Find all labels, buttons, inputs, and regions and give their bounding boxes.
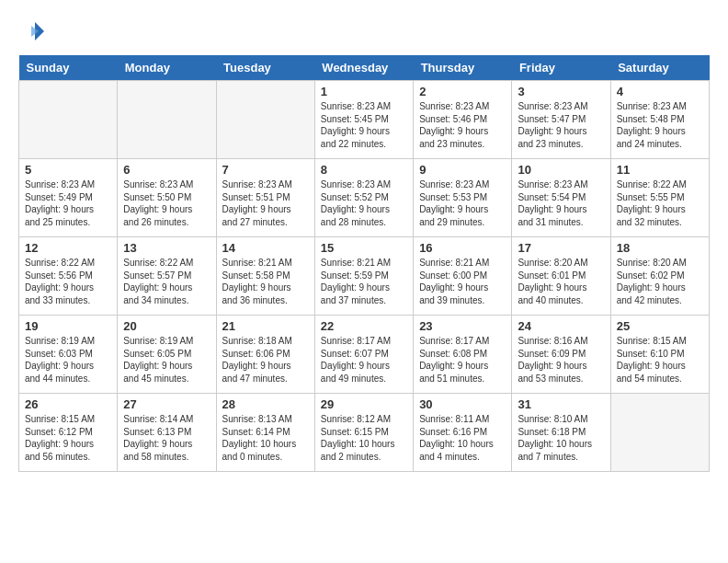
calendar-cell: 10Sunrise: 8:23 AM Sunset: 5:54 PM Dayli…	[512, 159, 610, 237]
calendar-cell: 11Sunrise: 8:22 AM Sunset: 5:55 PM Dayli…	[610, 159, 709, 237]
calendar-cell: 30Sunrise: 8:11 AM Sunset: 6:16 PM Dayli…	[414, 394, 512, 472]
day-number: 27	[123, 397, 210, 411]
logo-icon	[18, 18, 46, 46]
calendar-cell: 25Sunrise: 8:15 AM Sunset: 6:10 PM Dayli…	[610, 316, 709, 394]
day-number: 24	[518, 319, 604, 333]
day-number: 4	[617, 85, 703, 98]
logo	[18, 18, 50, 46]
calendar-cell: 28Sunrise: 8:13 AM Sunset: 6:14 PM Dayli…	[216, 394, 314, 472]
day-number: 12	[25, 241, 111, 255]
day-number: 25	[617, 319, 703, 333]
page-header	[18, 18, 710, 46]
day-info: Sunrise: 8:19 AM Sunset: 6:03 PM Dayligh…	[25, 335, 111, 385]
calendar-cell: 15Sunrise: 8:21 AM Sunset: 5:59 PM Dayli…	[314, 237, 413, 316]
day-number: 2	[419, 85, 506, 98]
day-number: 23	[419, 319, 506, 333]
calendar-cell: 16Sunrise: 8:21 AM Sunset: 6:00 PM Dayli…	[414, 237, 512, 316]
calendar-cell: 1Sunrise: 8:23 AM Sunset: 5:45 PM Daylig…	[314, 81, 413, 159]
day-info: Sunrise: 8:16 AM Sunset: 6:09 PM Dayligh…	[518, 335, 604, 385]
day-number: 11	[617, 163, 703, 177]
day-number: 6	[123, 163, 210, 177]
day-number: 13	[123, 241, 210, 255]
day-header-tuesday: Tuesday	[216, 55, 314, 81]
calendar-cell: 3Sunrise: 8:23 AM Sunset: 5:47 PM Daylig…	[512, 81, 610, 159]
calendar-cell: 23Sunrise: 8:17 AM Sunset: 6:08 PM Dayli…	[414, 316, 512, 394]
day-number: 1	[321, 85, 407, 98]
day-header-thursday: Thursday	[414, 55, 512, 81]
day-info: Sunrise: 8:21 AM Sunset: 5:58 PM Dayligh…	[222, 257, 309, 306]
calendar-cell	[610, 394, 709, 472]
week-row-1: 5Sunrise: 8:23 AM Sunset: 5:49 PM Daylig…	[19, 159, 710, 237]
day-number: 28	[222, 397, 309, 411]
week-row-3: 19Sunrise: 8:19 AM Sunset: 6:03 PM Dayli…	[19, 316, 710, 394]
calendar-cell: 31Sunrise: 8:10 AM Sunset: 6:18 PM Dayli…	[512, 394, 610, 472]
day-number: 20	[123, 319, 210, 333]
day-info: Sunrise: 8:17 AM Sunset: 6:08 PM Dayligh…	[419, 335, 506, 385]
day-number: 14	[222, 241, 309, 255]
day-number: 18	[617, 241, 703, 255]
calendar-cell: 6Sunrise: 8:23 AM Sunset: 5:50 PM Daylig…	[118, 159, 216, 237]
calendar-cell: 19Sunrise: 8:19 AM Sunset: 6:03 PM Dayli…	[19, 316, 118, 394]
day-info: Sunrise: 8:23 AM Sunset: 5:46 PM Dayligh…	[419, 100, 506, 150]
day-info: Sunrise: 8:23 AM Sunset: 5:49 PM Dayligh…	[25, 178, 111, 228]
day-header-monday: Monday	[118, 55, 216, 81]
calendar-cell: 17Sunrise: 8:20 AM Sunset: 6:01 PM Dayli…	[512, 237, 610, 316]
calendar-cell: 18Sunrise: 8:20 AM Sunset: 6:02 PM Dayli…	[610, 237, 709, 316]
day-number: 26	[25, 397, 111, 411]
calendar-cell	[216, 81, 314, 159]
day-number: 31	[518, 397, 604, 411]
calendar-cell: 12Sunrise: 8:22 AM Sunset: 5:56 PM Dayli…	[19, 237, 118, 316]
day-info: Sunrise: 8:23 AM Sunset: 5:45 PM Dayligh…	[321, 100, 407, 150]
week-row-0: 1Sunrise: 8:23 AM Sunset: 5:45 PM Daylig…	[19, 81, 710, 159]
calendar-cell: 26Sunrise: 8:15 AM Sunset: 6:12 PM Dayli…	[19, 394, 118, 472]
day-info: Sunrise: 8:15 AM Sunset: 6:12 PM Dayligh…	[25, 413, 111, 463]
day-info: Sunrise: 8:21 AM Sunset: 5:59 PM Dayligh…	[321, 257, 407, 306]
calendar-cell	[118, 81, 216, 159]
calendar-cell	[19, 81, 118, 159]
day-number: 3	[518, 85, 604, 98]
calendar-table: SundayMondayTuesdayWednesdayThursdayFrid…	[18, 55, 710, 472]
calendar-header: SundayMondayTuesdayWednesdayThursdayFrid…	[19, 55, 710, 81]
calendar-cell: 21Sunrise: 8:18 AM Sunset: 6:06 PM Dayli…	[216, 316, 314, 394]
day-number: 30	[419, 397, 506, 411]
week-row-4: 26Sunrise: 8:15 AM Sunset: 6:12 PM Dayli…	[19, 394, 710, 472]
day-info: Sunrise: 8:18 AM Sunset: 6:06 PM Dayligh…	[222, 335, 309, 385]
day-info: Sunrise: 8:21 AM Sunset: 6:00 PM Dayligh…	[419, 257, 506, 306]
day-number: 15	[321, 241, 407, 255]
calendar-cell: 27Sunrise: 8:14 AM Sunset: 6:13 PM Dayli…	[118, 394, 216, 472]
calendar-cell: 13Sunrise: 8:22 AM Sunset: 5:57 PM Dayli…	[118, 237, 216, 316]
day-info: Sunrise: 8:22 AM Sunset: 5:56 PM Dayligh…	[25, 257, 111, 306]
day-header-saturday: Saturday	[610, 55, 709, 81]
day-info: Sunrise: 8:10 AM Sunset: 6:18 PM Dayligh…	[518, 413, 604, 463]
calendar-cell: 29Sunrise: 8:12 AM Sunset: 6:15 PM Dayli…	[314, 394, 413, 472]
calendar-cell: 2Sunrise: 8:23 AM Sunset: 5:46 PM Daylig…	[414, 81, 512, 159]
day-info: Sunrise: 8:23 AM Sunset: 5:47 PM Dayligh…	[518, 100, 604, 150]
calendar-cell: 22Sunrise: 8:17 AM Sunset: 6:07 PM Dayli…	[314, 316, 413, 394]
day-number: 10	[518, 163, 604, 177]
days-of-week-row: SundayMondayTuesdayWednesdayThursdayFrid…	[19, 55, 710, 81]
calendar-cell: 14Sunrise: 8:21 AM Sunset: 5:58 PM Dayli…	[216, 237, 314, 316]
day-info: Sunrise: 8:11 AM Sunset: 6:16 PM Dayligh…	[419, 413, 506, 463]
day-number: 16	[419, 241, 506, 255]
day-info: Sunrise: 8:23 AM Sunset: 5:51 PM Dayligh…	[222, 178, 309, 228]
day-info: Sunrise: 8:23 AM Sunset: 5:50 PM Dayligh…	[123, 178, 210, 228]
week-row-2: 12Sunrise: 8:22 AM Sunset: 5:56 PM Dayli…	[19, 237, 710, 316]
day-info: Sunrise: 8:23 AM Sunset: 5:53 PM Dayligh…	[419, 178, 506, 228]
day-info: Sunrise: 8:20 AM Sunset: 6:01 PM Dayligh…	[518, 257, 604, 306]
day-info: Sunrise: 8:22 AM Sunset: 5:55 PM Dayligh…	[617, 178, 703, 228]
calendar-cell: 24Sunrise: 8:16 AM Sunset: 6:09 PM Dayli…	[512, 316, 610, 394]
day-number: 17	[518, 241, 604, 255]
calendar-cell: 4Sunrise: 8:23 AM Sunset: 5:48 PM Daylig…	[610, 81, 709, 159]
day-header-friday: Friday	[512, 55, 610, 81]
calendar-cell: 9Sunrise: 8:23 AM Sunset: 5:53 PM Daylig…	[414, 159, 512, 237]
day-number: 22	[321, 319, 407, 333]
day-info: Sunrise: 8:22 AM Sunset: 5:57 PM Dayligh…	[123, 257, 210, 306]
day-number: 29	[321, 397, 407, 411]
day-info: Sunrise: 8:23 AM Sunset: 5:54 PM Dayligh…	[518, 178, 604, 228]
calendar-cell: 5Sunrise: 8:23 AM Sunset: 5:49 PM Daylig…	[19, 159, 118, 237]
day-number: 7	[222, 163, 309, 177]
calendar-cell: 20Sunrise: 8:19 AM Sunset: 6:05 PM Dayli…	[118, 316, 216, 394]
calendar-cell: 8Sunrise: 8:23 AM Sunset: 5:52 PM Daylig…	[314, 159, 413, 237]
day-info: Sunrise: 8:23 AM Sunset: 5:48 PM Dayligh…	[617, 100, 703, 150]
day-number: 19	[25, 319, 111, 333]
